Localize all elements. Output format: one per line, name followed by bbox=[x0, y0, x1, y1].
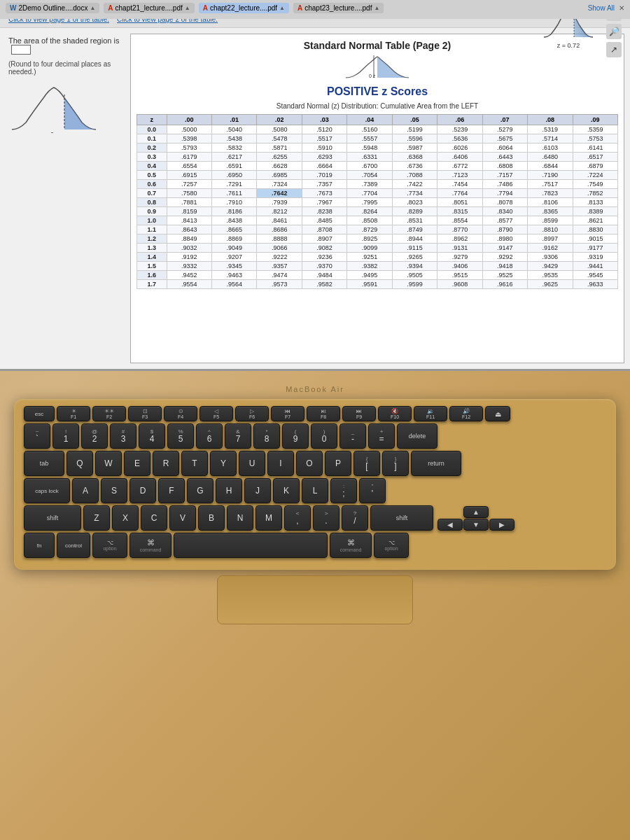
key-i[interactable]: I bbox=[267, 451, 294, 476]
key-arrow-down[interactable]: ▼ bbox=[463, 519, 489, 531]
key-arrow-left[interactable]: ◀ bbox=[438, 519, 463, 531]
table-cell: .8106 bbox=[528, 198, 573, 207]
key-bracket-left[interactable]: {[ bbox=[354, 451, 380, 476]
key-1[interactable]: !1 bbox=[52, 424, 79, 449]
key-comma[interactable]: <, bbox=[284, 505, 311, 531]
key-f9[interactable]: ⏭F9 bbox=[342, 406, 376, 421]
show-all-button[interactable]: Show All bbox=[588, 4, 615, 12]
key-equals[interactable]: += bbox=[368, 424, 395, 449]
key-period[interactable]: >. bbox=[313, 505, 340, 531]
key-z[interactable]: Z bbox=[83, 505, 110, 531]
key-n[interactable]: N bbox=[227, 505, 253, 531]
key-return[interactable]: return bbox=[411, 451, 461, 476]
key-f8[interactable]: ⏯F8 bbox=[307, 406, 340, 421]
key-f10[interactable]: 🔇F10 bbox=[378, 406, 412, 421]
key-f1[interactable]: ☀F1 bbox=[57, 406, 90, 421]
key-delete[interactable]: delete bbox=[397, 424, 438, 449]
key-w[interactable]: W bbox=[95, 451, 122, 476]
key-shift-right[interactable]: shift bbox=[370, 505, 433, 531]
key-fn[interactable]: fn bbox=[24, 533, 55, 558]
key-f2[interactable]: ☀☀F2 bbox=[92, 406, 126, 421]
key-u[interactable]: U bbox=[239, 451, 265, 476]
zoom-in-icon[interactable]: 🔎 bbox=[606, 24, 622, 39]
key-option-left[interactable]: ⌥ option bbox=[92, 533, 127, 558]
key-2[interactable]: @2 bbox=[81, 424, 108, 449]
key-power[interactable]: ⏏ bbox=[485, 406, 510, 421]
table-cell: .9222 bbox=[257, 253, 302, 262]
key-f4[interactable]: ⊙F4 bbox=[164, 406, 197, 421]
key-command-right[interactable]: ⌘ command bbox=[330, 533, 372, 558]
table-cell: .9251 bbox=[347, 253, 392, 262]
area-input[interactable] bbox=[11, 45, 31, 55]
taskbar-item-pdf1[interactable]: A chapt21_lecture....pdf ▲ bbox=[104, 3, 194, 13]
table-cell: .5636 bbox=[438, 134, 482, 144]
key-minus[interactable]: _- bbox=[340, 424, 366, 449]
key-f3[interactable]: ⊡F3 bbox=[128, 406, 162, 421]
key-e[interactable]: E bbox=[124, 451, 150, 476]
key-quote[interactable]: "' bbox=[359, 478, 386, 503]
key-o[interactable]: O bbox=[296, 451, 323, 476]
close-icon[interactable]: ✕ bbox=[619, 4, 624, 12]
key-arrow-right[interactable]: ▶ bbox=[489, 519, 514, 531]
table-cell: .9162 bbox=[528, 244, 573, 253]
key-8[interactable]: *8 bbox=[253, 424, 280, 449]
key-9[interactable]: (9 bbox=[282, 424, 309, 449]
key-option-right[interactable]: ⌥ option bbox=[374, 533, 409, 558]
key-command-left[interactable]: ⌘ command bbox=[130, 533, 172, 558]
key-a[interactable]: A bbox=[72, 478, 99, 503]
key-0[interactable]: )0 bbox=[311, 424, 337, 449]
key-space[interactable] bbox=[174, 533, 328, 558]
key-f5[interactable]: ◁F5 bbox=[200, 406, 233, 421]
key-b[interactable]: B bbox=[198, 505, 225, 531]
key-semicolon[interactable]: :; bbox=[330, 478, 357, 503]
normal-table: z .00 .01 .02 .03 .04 .05 .06 .07 .08 .0… bbox=[136, 114, 618, 289]
touchpad[interactable] bbox=[217, 575, 413, 624]
key-esc[interactable]: esc bbox=[24, 406, 55, 421]
z-value-cell: 1.4 bbox=[137, 253, 167, 262]
key-3[interactable]: #3 bbox=[110, 424, 136, 449]
key-g[interactable]: G bbox=[187, 478, 214, 503]
external-link-icon[interactable]: ↗ bbox=[606, 42, 622, 57]
key-k[interactable]: K bbox=[273, 478, 300, 503]
key-v[interactable]: V bbox=[169, 505, 196, 531]
key-x[interactable]: X bbox=[112, 505, 139, 531]
key-m[interactable]: M bbox=[255, 505, 282, 531]
key-5[interactable]: %5 bbox=[167, 424, 194, 449]
key-f6[interactable]: ▷F6 bbox=[235, 406, 269, 421]
key-c[interactable]: C bbox=[141, 505, 167, 531]
key-f12[interactable]: 🔊F12 bbox=[449, 406, 483, 421]
key-d[interactable]: D bbox=[130, 478, 156, 503]
key-7[interactable]: &7 bbox=[225, 424, 251, 449]
taskbar-item-pdf3[interactable]: A chapt23_lecture....pdf ▲ bbox=[293, 3, 384, 13]
key-caps-lock[interactable]: caps lock bbox=[24, 478, 70, 503]
key-l[interactable]: L bbox=[302, 478, 328, 503]
key-tab[interactable]: tab bbox=[24, 451, 64, 476]
key-backtick[interactable]: ~` bbox=[24, 424, 50, 449]
key-6[interactable]: ^6 bbox=[196, 424, 223, 449]
key-y[interactable]: Y bbox=[210, 451, 237, 476]
key-f[interactable]: F bbox=[158, 478, 185, 503]
key-f7[interactable]: ⏮F7 bbox=[271, 406, 304, 421]
key-bracket-right[interactable]: }] bbox=[382, 451, 409, 476]
key-f11[interactable]: 🔉F11 bbox=[414, 406, 447, 421]
table-cell: .6480 bbox=[528, 153, 573, 162]
key-r[interactable]: R bbox=[153, 451, 179, 476]
key-4[interactable]: $4 bbox=[139, 424, 165, 449]
key-slash[interactable]: ?/ bbox=[342, 505, 368, 531]
taskbar-item-pdf2[interactable]: A chapt22_lecture....pdf ▲ bbox=[199, 3, 289, 13]
table-cell: .8264 bbox=[347, 207, 392, 216]
taskbar-item-docx[interactable]: W 2Demo Outline....docx ▲ bbox=[6, 3, 99, 13]
key-q[interactable]: Q bbox=[66, 451, 93, 476]
key-t[interactable]: T bbox=[181, 451, 208, 476]
key-control[interactable]: control bbox=[57, 533, 90, 558]
key-shift-left[interactable]: shift bbox=[24, 505, 81, 531]
table-row: 1.0.8413.8438.8461.8485.8508.8531.8554.8… bbox=[137, 216, 618, 225]
key-arrow-up[interactable]: ▲ bbox=[463, 506, 489, 518]
key-p[interactable]: P bbox=[325, 451, 351, 476]
sub-title: Standard Normal (z) Distribution: Cumula… bbox=[136, 102, 618, 110]
table-cell: .7517 bbox=[528, 180, 573, 189]
key-j[interactable]: J bbox=[244, 478, 271, 503]
table-cell: .9032 bbox=[167, 244, 211, 253]
key-s[interactable]: S bbox=[101, 478, 127, 503]
key-h[interactable]: H bbox=[216, 478, 242, 503]
